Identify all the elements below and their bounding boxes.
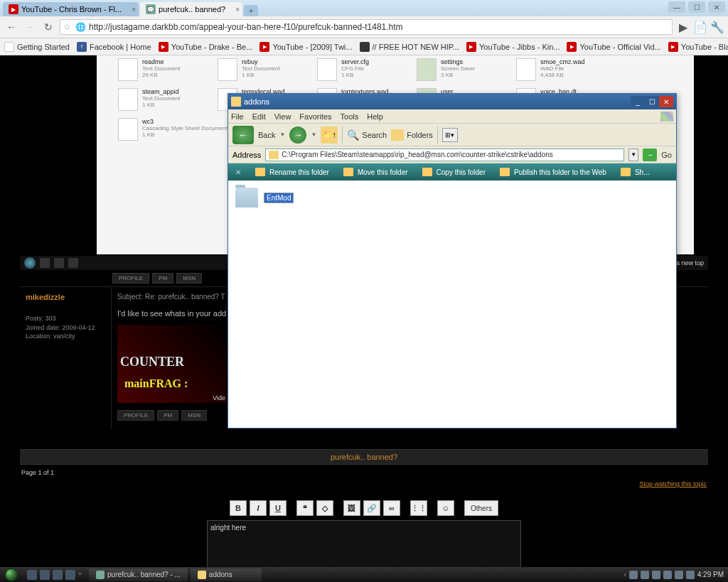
close-icon[interactable]: × bbox=[235, 6, 240, 14]
new-tab-button[interactable]: + bbox=[244, 5, 258, 16]
profile-button[interactable]: PROFILE bbox=[112, 273, 149, 284]
stop-watching-link[interactable]: Stop watching this topic bbox=[639, 480, 707, 487]
link-button[interactable]: 🔗 bbox=[363, 500, 380, 516]
underline-button[interactable]: U bbox=[269, 500, 287, 516]
tray-expand[interactable]: ‹ bbox=[623, 571, 626, 578]
minimize-button[interactable]: — bbox=[668, 1, 685, 13]
bookmark-youtube-2009[interactable]: ▶YouTube - [2009] Twi... bbox=[259, 42, 352, 52]
tray-icon[interactable] bbox=[629, 571, 638, 579]
url-button[interactable]: ∞ bbox=[383, 500, 400, 516]
rename-folder-task[interactable]: Rename this folder bbox=[255, 168, 329, 176]
explorer-titlebar[interactable]: addons _ ☐ ✕ bbox=[228, 94, 676, 109]
start-button[interactable] bbox=[0, 567, 23, 582]
bookmark-youtube-jibbs[interactable]: ▶YouTube - Jibbs - Kin... bbox=[466, 42, 560, 52]
file-item[interactable]: rebuyText Document1 KB bbox=[218, 58, 310, 81]
share-folder-task[interactable]: Sh... bbox=[621, 168, 650, 176]
folder-entmod[interactable]: EntMod bbox=[235, 188, 335, 208]
quote-button[interactable]: ❝ bbox=[296, 500, 314, 516]
quicklaunch-icon[interactable] bbox=[53, 570, 63, 580]
folder-name-selected[interactable]: EntMod bbox=[264, 193, 294, 203]
tab-forum[interactable]: 💬 purefcuk.. banned? × bbox=[140, 2, 242, 16]
views-button[interactable]: ⊞▾ bbox=[442, 128, 458, 142]
tray-icon[interactable] bbox=[686, 571, 695, 579]
tray-icon[interactable] bbox=[663, 571, 672, 579]
tray-icon[interactable] bbox=[675, 571, 683, 579]
quicklaunch-icon[interactable] bbox=[27, 570, 37, 580]
minimize-button[interactable]: _ bbox=[631, 96, 645, 107]
forward-button[interactable]: → bbox=[289, 126, 306, 144]
pm-button[interactable]: PM bbox=[157, 410, 178, 421]
bookmark-star-icon[interactable]: ☆ bbox=[63, 22, 71, 32]
menu-tools[interactable]: Tools bbox=[341, 112, 359, 121]
bookmark-getting-started[interactable]: Getting Started bbox=[4, 42, 70, 52]
reply-editor[interactable]: alright here bbox=[207, 520, 521, 568]
close-button[interactable]: ✕ bbox=[708, 1, 725, 13]
bookmark-youtube-blackhaze[interactable]: ▶YouTube - Black Haze... bbox=[668, 42, 728, 52]
page-menu-icon[interactable]: 📄 bbox=[694, 21, 707, 33]
address-input[interactable]: C:\Program Files\Steam\steamapps\rip_hea… bbox=[265, 149, 624, 161]
file-item[interactable]: smoe_cmz.wadWAD File4,438 KB bbox=[516, 58, 609, 81]
bold-button[interactable]: B bbox=[230, 500, 247, 516]
reload-button[interactable]: ↻ bbox=[41, 20, 55, 34]
pm-button[interactable]: PM bbox=[152, 273, 173, 284]
bookmark-youtube-official[interactable]: ▶YouTube - Official Vid... bbox=[567, 42, 660, 52]
taskbar-task-addons[interactable]: addons bbox=[191, 568, 262, 581]
search-button[interactable]: 🔍Search bbox=[347, 129, 387, 141]
menu-view[interactable]: View bbox=[274, 112, 291, 121]
file-item[interactable]: wc3Cascading Style Sheet Document1 KB bbox=[118, 118, 232, 141]
image-button[interactable]: 🖼 bbox=[343, 500, 360, 516]
menu-edit[interactable]: Edit bbox=[252, 112, 266, 121]
forward-dropdown[interactable]: ▼ bbox=[311, 131, 316, 138]
bookmark-youtube-drake[interactable]: ▶YouTube - Drake - Be... bbox=[159, 42, 253, 52]
address-dropdown[interactable]: ▼ bbox=[628, 149, 638, 161]
msn-button[interactable]: MSN bbox=[176, 273, 202, 284]
msn-button[interactable]: MSN bbox=[181, 410, 207, 421]
go-button[interactable]: ▶ bbox=[677, 21, 690, 33]
quicklaunch-icon[interactable] bbox=[65, 570, 75, 580]
forward-button[interactable]: → bbox=[23, 20, 37, 34]
maximize-button[interactable]: ☐ bbox=[645, 96, 659, 107]
close-button[interactable]: ✕ bbox=[659, 96, 673, 107]
go-button[interactable]: → bbox=[643, 149, 657, 161]
back-dropdown[interactable]: ▼ bbox=[279, 131, 285, 138]
bookmark-facebook[interactable]: fFacebook | Home bbox=[77, 42, 151, 52]
quicklaunch-icon[interactable] bbox=[40, 570, 50, 580]
tray-icon[interactable] bbox=[652, 571, 660, 579]
menu-help[interactable]: Help bbox=[367, 112, 383, 121]
close-icon[interactable]: × bbox=[132, 6, 136, 14]
file-item[interactable]: server.cfgCFG File1 KB bbox=[317, 58, 410, 81]
file-item[interactable]: settingsScreen Saver3 KB bbox=[417, 58, 509, 81]
menu-file[interactable]: File bbox=[231, 112, 244, 121]
tab-youtube[interactable]: ▶ YouTube - Chris Brown - Fl... × bbox=[3, 2, 139, 16]
back-button[interactable]: ← bbox=[4, 20, 18, 34]
others-button[interactable]: Others bbox=[464, 500, 498, 516]
list-button[interactable]: ⋮⋮ bbox=[410, 500, 427, 516]
copy-folder-task[interactable]: Copy this folder bbox=[422, 168, 486, 176]
taskbar-task-forum[interactable]: purefcuk.. banned? - ... bbox=[89, 568, 188, 581]
go-label[interactable]: Go bbox=[661, 151, 672, 159]
clock[interactable]: 4:29 PM bbox=[697, 571, 724, 578]
explorer-content[interactable]: EntMod bbox=[228, 180, 676, 428]
move-folder-task[interactable]: Move this folder bbox=[343, 168, 408, 176]
back-label[interactable]: Back bbox=[258, 131, 275, 139]
quicklaunch-expand[interactable]: » bbox=[78, 570, 82, 580]
url-bar[interactable]: ☆ 🌐 http://justagame.darkbb.com/appeal-y… bbox=[60, 19, 673, 35]
wrench-icon[interactable]: 🔧 bbox=[711, 21, 724, 33]
address-path: C:\Program Files\Steam\steamapps\rip_hea… bbox=[282, 151, 552, 158]
emoji-button[interactable]: ☺ bbox=[437, 500, 454, 516]
publish-folder-task[interactable]: Publish this folder to the Web bbox=[500, 168, 606, 176]
italic-button[interactable]: I bbox=[250, 500, 267, 516]
tray-icon[interactable] bbox=[641, 571, 649, 579]
file-item[interactable]: readmeText Document29 KB bbox=[118, 58, 210, 81]
menu-favorites[interactable]: Favorites bbox=[299, 112, 331, 121]
up-button[interactable]: 📁↑ bbox=[321, 126, 338, 144]
close-task-icon[interactable]: ✕ bbox=[235, 168, 241, 176]
maximize-button[interactable]: ☐ bbox=[688, 1, 705, 13]
back-button[interactable]: ← bbox=[232, 126, 254, 144]
code-button[interactable]: ◇ bbox=[316, 500, 333, 516]
username[interactable]: mikedizzle bbox=[26, 293, 105, 301]
file-item[interactable]: steam_appidText Document1 KB bbox=[118, 88, 210, 111]
profile-button[interactable]: PROFILE bbox=[117, 410, 154, 421]
bookmark-hiphop[interactable]: // FREE HOT NEW HIP... bbox=[360, 42, 459, 52]
folders-button[interactable]: Folders bbox=[391, 129, 433, 141]
